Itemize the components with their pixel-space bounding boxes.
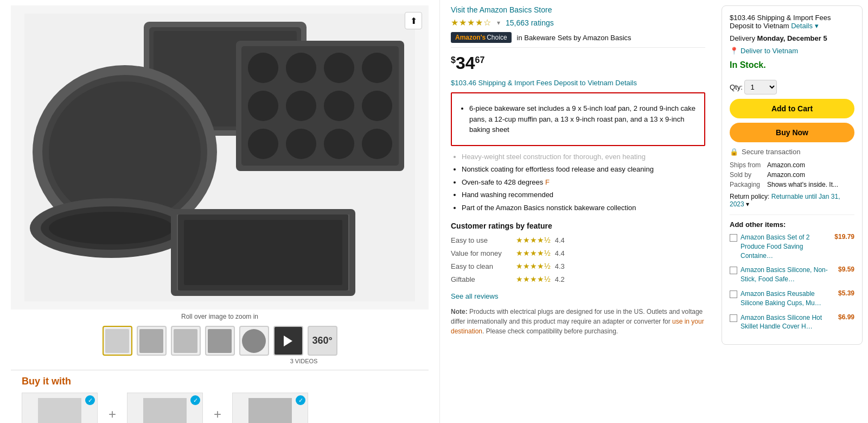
addon-price-1: $19.79 <box>834 233 854 241</box>
svg-point-16 <box>324 129 354 159</box>
price-row: $ 34 67 <box>451 53 705 73</box>
star-rating: ★★★★☆ <box>451 17 492 28</box>
thumbnail-1[interactable] <box>103 326 132 356</box>
secure-row: 🔒 Secure transaction <box>730 148 854 156</box>
buy-with-item-3[interactable]: ✓ <box>232 393 308 423</box>
product-section: Visit the Amazon Basics Store ★★★★☆ ▾ 15… <box>439 0 716 423</box>
cart-meta: Ships from Amazon.com Sold by Amazon.com… <box>730 161 854 188</box>
svg-point-6 <box>248 53 278 83</box>
add-other-items: Add other items: Amazon Basics Set of 2 … <box>730 214 854 331</box>
ratings-count[interactable]: 15,663 ratings <box>506 18 554 27</box>
bullet-3: Nonstick coating for effortless food rel… <box>462 164 705 175</box>
packaging-value: Shows what's inside. It... <box>767 181 838 188</box>
feature-score-1: 4.4 <box>555 236 565 244</box>
secure-text: Secure transaction <box>742 148 800 156</box>
buy-with-item-1[interactable]: ✓ <box>22 393 98 423</box>
shipping-fees-text: $103.46 Shipping & Import Fees Deposit t… <box>451 79 637 87</box>
add-other-title: Add other items: <box>730 220 854 229</box>
thumbnail-4[interactable] <box>205 326 235 356</box>
chevron-details: ▾ <box>815 22 819 30</box>
svg-point-10 <box>248 91 278 121</box>
bullet-6: Part of the Amazon Basics nonstick bakew… <box>462 203 705 213</box>
feature-row-1: Easy to use ★★★★½ 4.4 <box>451 236 705 244</box>
return-policy-row: Return policy: Returnable until Jan 31, … <box>730 193 854 208</box>
bullet-2: Heavy-weight steel construction for thor… <box>462 151 705 162</box>
addon-item-3: Amazon Basics Reusable Silicone Baking C… <box>730 289 854 308</box>
addon-checkbox-4[interactable] <box>730 314 737 322</box>
addon-price-4: $6.99 <box>838 313 854 321</box>
highlight-box: 6-piece bakeware set includes a 9 x 5-in… <box>451 92 705 146</box>
addon-name-2[interactable]: Amazon Basics Silicone, Non-Stick, Food … <box>741 266 835 284</box>
feature-name-4: Giftable <box>451 275 516 283</box>
sold-by-row: Sold by Amazon.com <box>730 171 854 179</box>
badge-context: in Bakeware Sets by Amazon Basics <box>517 34 631 42</box>
thumbnail-3[interactable] <box>171 326 201 356</box>
addon-checkbox-3[interactable] <box>730 291 737 298</box>
feature-ratings: Customer ratings by feature Easy to use … <box>451 222 705 283</box>
feature-stars-3: ★★★★½ <box>516 262 551 270</box>
svg-point-7 <box>286 53 316 83</box>
ships-from-value: Amazon.com <box>767 161 805 169</box>
addon-checkbox-1[interactable] <box>730 234 737 242</box>
thumbnail-2[interactable] <box>137 326 167 356</box>
feature-score-2: 4.4 <box>555 249 565 257</box>
feature-stars-2: ★★★★½ <box>516 249 551 257</box>
cart-details-link[interactable]: Details <box>791 22 813 30</box>
ships-from-row: Ships from Amazon.com <box>730 161 854 169</box>
delivery-date: Monday, December 5 <box>757 34 827 42</box>
checkmark-3: ✓ <box>296 395 305 405</box>
svg-point-12 <box>324 91 354 121</box>
packaging-row: Packaging Shows what's inside. It... <box>730 181 854 188</box>
svg-point-17 <box>362 129 392 159</box>
main-image-wrapper: ⬆ <box>11 5 429 310</box>
feature-name-2: Value for money <box>451 249 516 257</box>
badge-row: Amazon's Choice in Bakeware Sets by Amaz… <box>451 32 705 43</box>
bullet-4: Oven-safe to 428 degrees F <box>462 177 705 188</box>
buy-with-items: ✓ + ✓ + ✓ <box>22 393 418 423</box>
addon-checkbox-2[interactable] <box>730 267 737 274</box>
rating-chevron: ▾ <box>497 19 500 27</box>
thumbnail-row: 360° <box>11 326 429 356</box>
deliver-to-link[interactable]: Deliver to Vietnam <box>741 47 798 55</box>
addon-price-3: $5.39 <box>838 289 854 297</box>
qty-row: Qty: 1 2 3 <box>730 75 854 99</box>
add-to-cart-button[interactable]: Add to Cart <box>730 99 854 118</box>
note-text: Note: Products with electrical plugs are… <box>451 307 705 336</box>
ships-from-label: Ships from <box>730 161 765 169</box>
thumbnail-360[interactable]: 360° <box>308 326 337 356</box>
return-chevron: ▾ <box>746 200 749 208</box>
feature-name-3: Easy to clean <box>451 262 516 270</box>
cart-section: $103.46 Shipping & Import Fees Deposit t… <box>722 5 863 345</box>
packaging-label: Packaging <box>730 181 765 188</box>
buy-now-button[interactable]: Buy Now <box>730 123 854 142</box>
buy-with-item-2[interactable]: ✓ <box>127 393 203 423</box>
location-row: 📍 Deliver to Vietnam <box>730 47 854 55</box>
addon-item-2: Amazon Basics Silicone, Non-Stick, Food … <box>730 266 854 284</box>
svg-point-14 <box>248 129 278 159</box>
see-all-reviews-link[interactable]: See all reviews <box>451 292 705 300</box>
plus-separator-1: + <box>108 393 116 423</box>
videos-count: 3 VIDEOS <box>179 358 429 364</box>
price-dollar: $ <box>451 55 456 65</box>
feature-score-4: 4.2 <box>555 275 565 283</box>
svg-point-15 <box>286 129 316 159</box>
svg-point-11 <box>286 91 316 121</box>
shipping-fees[interactable]: $103.46 Shipping & Import Fees Deposit t… <box>451 79 705 87</box>
share-button[interactable]: ⬆ <box>405 12 422 29</box>
feature-row-2: Value for money ★★★★½ 4.4 <box>451 249 705 257</box>
sold-by-label: Sold by <box>730 171 765 179</box>
thumbnail-5[interactable] <box>239 326 269 356</box>
feature-name-1: Easy to use <box>451 236 516 244</box>
svg-point-23 <box>49 212 174 244</box>
badge-choice-text: Choice <box>487 34 507 41</box>
qty-select[interactable]: 1 2 3 <box>744 80 777 94</box>
addon-name-3[interactable]: Amazon Basics Reusable Silicone Baking C… <box>741 289 835 308</box>
addon-name-1[interactable]: Amazon Basics Set of 2 Produce Food Savi… <box>741 233 831 260</box>
amazons-choice-badge: Amazon's Choice <box>451 32 512 43</box>
store-link[interactable]: Visit the Amazon Basics Store <box>451 5 552 14</box>
return-policy-label: Return policy: <box>730 193 769 200</box>
zoom-hint: Roll over image to zoom in <box>11 313 429 320</box>
highlighted-bullets: 6-piece bakeware set includes a 9 x 5-in… <box>469 103 698 135</box>
addon-name-4[interactable]: Amazon Basics Silicone Hot Skillet Handl… <box>741 313 835 332</box>
video-thumbnail[interactable] <box>273 326 303 356</box>
